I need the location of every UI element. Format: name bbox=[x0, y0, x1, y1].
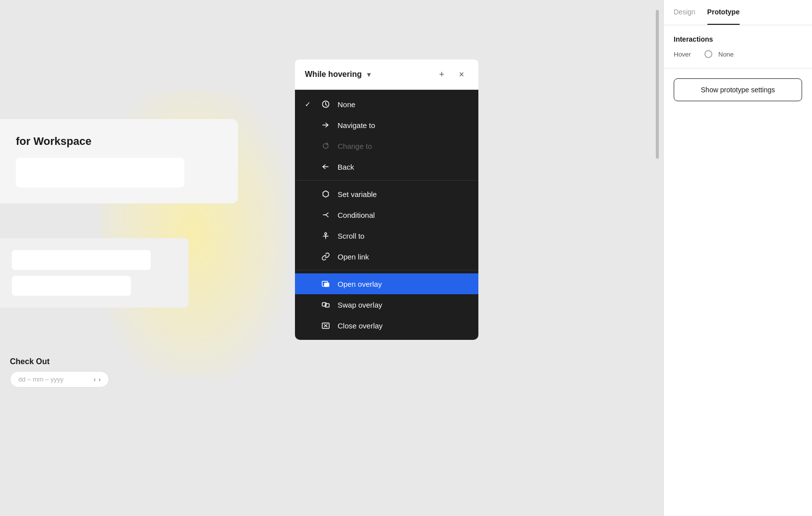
split-icon bbox=[321, 210, 331, 220]
scrollbar[interactable] bbox=[655, 0, 659, 516]
workspace-label: for Workspace bbox=[16, 135, 226, 148]
canvas-card: for Workspace bbox=[0, 119, 238, 203]
divider-1 bbox=[295, 180, 478, 181]
date-arrows[interactable]: ‹ › bbox=[94, 376, 101, 383]
scrollbar-track bbox=[656, 0, 659, 516]
menu-item-conditional[interactable]: ✓ Conditional bbox=[295, 204, 478, 225]
date-placeholder: dd – mm – yyyy bbox=[18, 376, 88, 383]
arrow-left-icon: ‹ bbox=[94, 376, 96, 383]
open-overlay-icon bbox=[321, 279, 331, 289]
navigate-to-label: Navigate to bbox=[338, 121, 375, 129]
close-overlay-label: Close overlay bbox=[338, 322, 383, 330]
arrow-left-back-icon bbox=[321, 162, 331, 172]
menu-item-scroll-to[interactable]: ✓ Scroll to bbox=[295, 225, 478, 246]
interaction-circle-icon bbox=[704, 50, 712, 58]
anchor-icon bbox=[321, 231, 331, 241]
svg-rect-15 bbox=[325, 304, 329, 307]
dropdown-header-title: While hovering ▼ bbox=[305, 70, 372, 79]
menu-item-close-overlay[interactable]: ✓ Close overlay bbox=[295, 315, 478, 336]
chevron-down-icon[interactable]: ▼ bbox=[366, 71, 372, 78]
svg-rect-13 bbox=[324, 283, 329, 287]
menu-item-set-variable[interactable]: ✓ Set variable bbox=[295, 184, 478, 204]
none-value: None bbox=[718, 51, 734, 58]
header-title-text: While hovering bbox=[305, 70, 362, 79]
dropdown-header: While hovering ▼ + × bbox=[295, 60, 478, 90]
open-overlay-label: Open overlay bbox=[338, 280, 382, 288]
show-prototype-settings-button[interactable]: Show prototype settings bbox=[674, 78, 802, 101]
link-icon bbox=[321, 252, 331, 261]
none-label: None bbox=[338, 100, 355, 109]
change-to-label: Change to bbox=[338, 142, 372, 150]
svg-marker-5 bbox=[323, 191, 329, 197]
interaction-row: Hover None bbox=[674, 50, 802, 58]
scrollbar-thumb[interactable] bbox=[656, 10, 659, 159]
clock-icon bbox=[321, 99, 331, 109]
svg-line-8 bbox=[326, 215, 328, 217]
dropdown-header-actions: + × bbox=[435, 67, 468, 81]
conditional-label: Conditional bbox=[338, 211, 375, 219]
checkout-section: Check Out dd – mm – yyyy ‹ › bbox=[10, 357, 109, 387]
canvas-lower-bar bbox=[12, 250, 151, 270]
divider-2 bbox=[295, 270, 478, 270]
refresh-icon bbox=[321, 141, 331, 151]
open-link-label: Open link bbox=[338, 253, 369, 261]
arrow-right-icon bbox=[321, 120, 331, 130]
menu-item-swap-overlay[interactable]: ✓ Swap overlay bbox=[295, 294, 478, 315]
add-button[interactable]: + bbox=[435, 67, 449, 81]
scroll-to-label: Scroll to bbox=[338, 232, 364, 240]
interactions-title: Interactions bbox=[674, 35, 802, 43]
svg-rect-14 bbox=[322, 303, 326, 306]
dropdown-menu: ✓ None ✓ bbox=[295, 90, 478, 340]
right-panel: Design Prototype Interactions Hover None… bbox=[663, 0, 812, 516]
menu-item-none[interactable]: ✓ None bbox=[295, 94, 478, 115]
close-button[interactable]: × bbox=[455, 67, 468, 81]
back-label: Back bbox=[338, 163, 354, 171]
menu-item-open-overlay[interactable]: ✓ Open overlay bbox=[295, 273, 478, 294]
svg-line-7 bbox=[326, 213, 328, 215]
checkout-label: Check Out bbox=[10, 357, 109, 366]
menu-item-navigate-to[interactable]: ✓ Navigate to bbox=[295, 115, 478, 135]
canvas-lower bbox=[0, 238, 188, 308]
canvas-lower-bar2 bbox=[12, 276, 131, 296]
hexagon-icon bbox=[321, 189, 331, 199]
interactions-section: Interactions Hover None bbox=[664, 25, 812, 68]
menu-item-change-to[interactable]: ✓ Change to bbox=[295, 135, 478, 156]
swap-overlay-icon bbox=[321, 300, 331, 310]
canvas-area: for Workspace Check Out dd – mm – yyyy ‹… bbox=[0, 0, 663, 516]
set-variable-label: Set variable bbox=[338, 190, 377, 198]
menu-item-back[interactable]: ✓ Back bbox=[295, 156, 478, 177]
close-overlay-icon bbox=[321, 321, 331, 330]
dropdown-container: While hovering ▼ + × ✓ None bbox=[295, 60, 478, 340]
check-icon: ✓ bbox=[305, 100, 314, 108]
date-input[interactable]: dd – mm – yyyy ‹ › bbox=[10, 371, 109, 387]
tab-design[interactable]: Design bbox=[674, 0, 696, 25]
arrow-right-icon: › bbox=[99, 376, 101, 383]
swap-overlay-label: Swap overlay bbox=[338, 301, 382, 309]
tab-prototype[interactable]: Prototype bbox=[707, 0, 740, 25]
canvas-card-inner bbox=[16, 158, 184, 188]
svg-line-2 bbox=[326, 105, 327, 106]
panel-tabs: Design Prototype bbox=[664, 0, 812, 25]
hover-label: Hover bbox=[674, 51, 698, 58]
menu-item-open-link[interactable]: ✓ Open link bbox=[295, 246, 478, 267]
